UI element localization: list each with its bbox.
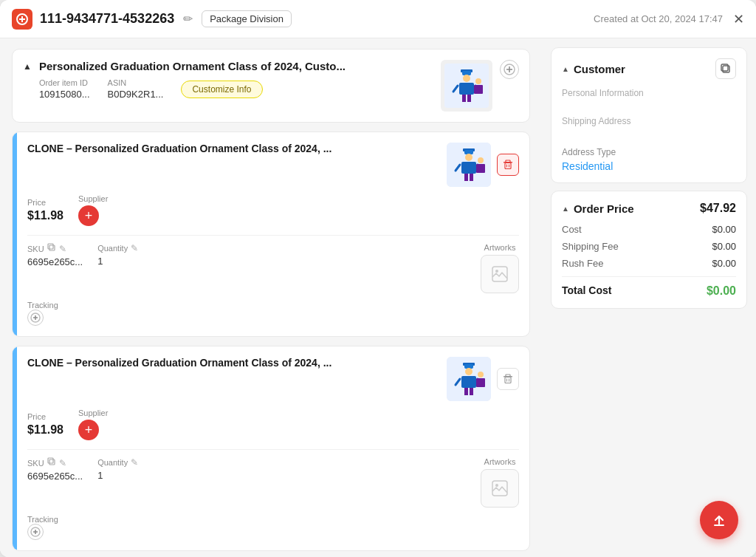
svg-rect-41 <box>461 376 476 388</box>
svg-point-10 <box>475 78 481 84</box>
add-supplier-button-0[interactable]: + <box>78 205 99 226</box>
supplier-group-1: Supplier + <box>78 409 108 440</box>
add-clone-button[interactable] <box>500 60 519 79</box>
svg-point-18 <box>465 154 472 161</box>
asin-label: ASIN <box>108 78 164 87</box>
price-row-1: Shipping Fee $0.00 <box>562 241 736 252</box>
qty-field-label-0: Quantity ✎ <box>97 243 138 253</box>
sku-group-0: SKU ✎ 6695e265c... <box>27 243 83 267</box>
sku-group-1: SKU ✎ 6695e265c... <box>27 457 83 482</box>
package-division-tag[interactable]: Package Division <box>202 10 292 27</box>
order-item-id-label: Order item ID <box>39 78 90 87</box>
total-row: Total Cost $0.00 <box>562 276 736 298</box>
customer-card-title: ▲ Customer <box>562 63 625 75</box>
artworks-section-1: Artworks <box>481 457 519 508</box>
qty-edit-icon-1[interactable]: ✎ <box>131 457 138 468</box>
sku-field-label-1: SKU ✎ <box>27 457 83 468</box>
clone-title-right-1 <box>447 357 519 401</box>
artworks-label-1: Artworks <box>484 457 516 466</box>
svg-rect-7 <box>467 95 471 102</box>
clone-title-right-0 <box>447 143 519 187</box>
price-rows: Cost $0.00 Shipping Fee $0.00 Rush Fee $… <box>562 224 736 269</box>
svg-rect-47 <box>476 378 485 387</box>
price-row-label-2: Rush Fee <box>562 258 603 269</box>
edit-icon[interactable]: ✏ <box>182 10 194 27</box>
add-tracking-button-0[interactable] <box>27 310 44 326</box>
qty-field-label-1: Quantity ✎ <box>97 457 138 468</box>
clone-card-0: CLONE – Personalized Graduation Ornament… <box>12 131 530 337</box>
upload-fab[interactable] <box>700 501 738 539</box>
close-button[interactable]: ✕ <box>733 13 744 26</box>
price-row-2: Rush Fee $0.00 <box>562 258 736 269</box>
tracking-label-0: Tracking <box>27 301 519 310</box>
svg-rect-27 <box>505 163 511 169</box>
order-price-toggle[interactable]: ▲ <box>562 205 569 213</box>
svg-rect-6 <box>462 95 466 102</box>
qty-value-0: 1 <box>97 256 138 267</box>
divider-0 <box>27 235 519 236</box>
svg-rect-11 <box>474 85 483 94</box>
svg-point-33 <box>495 270 498 273</box>
sku-value-1: 6695e265c... <box>27 471 83 482</box>
sku-value-0: 6695e265c... <box>27 256 83 267</box>
order-price-card: ▲ Order Price $47.92 Cost $0.00 Shipping… <box>551 191 747 309</box>
address-type-value: Residential <box>562 160 736 172</box>
header: 111-9434771-4532263 ✏ Package Division C… <box>0 0 756 38</box>
svg-point-4 <box>463 75 470 82</box>
header-left: 111-9434771-4532263 ✏ Package Division <box>12 9 292 30</box>
price-row-label-1: Shipping Fee <box>562 241 619 252</box>
svg-point-46 <box>478 372 484 377</box>
app-icon <box>12 9 32 30</box>
qty-value-1: 1 <box>97 470 138 481</box>
sku-copy-icon-0[interactable] <box>47 243 56 254</box>
sku-qty-artworks-0: SKU ✎ 6695e265c... Quantity ✎ <box>27 243 519 293</box>
svg-rect-30 <box>49 245 55 250</box>
main-layout: ▲ Personalized Graduation Ornament Class… <box>0 38 756 557</box>
price-supplier-row-1: Price $11.98 Supplier + <box>27 409 519 440</box>
delete-button-1[interactable] <box>497 368 519 390</box>
supplier-label-1: Supplier <box>78 409 108 417</box>
qty-edit-icon-0[interactable]: ✎ <box>131 243 138 253</box>
sku-qty-0: SKU ✎ 6695e265c... Quantity ✎ <box>27 243 138 267</box>
clone-title-row-1: CLONE – Personalized Graduation Ornament… <box>27 357 519 401</box>
svg-rect-31 <box>48 244 53 249</box>
sku-edit-icon-1[interactable]: ✎ <box>59 458 66 468</box>
svg-rect-52 <box>49 459 55 465</box>
svg-rect-25 <box>476 164 485 173</box>
customize-badge[interactable]: Customize Info <box>181 81 262 98</box>
svg-rect-19 <box>461 162 476 174</box>
clone-title-1: CLONE – Personalized Graduation Ornament… <box>27 357 439 369</box>
address-type-label: Address Type <box>562 147 736 157</box>
sku-edit-icon-0[interactable]: ✎ <box>59 244 66 254</box>
order-item-id-group: Order item ID 10915080... <box>39 78 90 100</box>
sku-copy-icon-1[interactable] <box>47 457 56 468</box>
clone-title-0: CLONE – Personalized Graduation Ornament… <box>27 143 439 154</box>
svg-rect-5 <box>459 83 474 95</box>
price-label-0: Price <box>27 198 63 207</box>
item-image <box>441 60 492 112</box>
tracking-row-1: Tracking <box>27 515 519 540</box>
personal-info-label: Personal Information <box>562 88 736 98</box>
price-value-0: $11.98 <box>27 209 63 222</box>
customer-toggle[interactable]: ▲ <box>562 65 569 73</box>
price-supplier-row-0: Price $11.98 Supplier + <box>27 194 519 226</box>
svg-point-55 <box>495 484 498 487</box>
customer-copy-button[interactable] <box>715 58 736 79</box>
order-item-id-value: 10915080... <box>39 89 90 100</box>
order-price-title: ▲ Order Price <box>562 202 634 215</box>
total-cost-value: $0.00 <box>707 284 736 298</box>
price-group-1: Price $11.98 <box>27 412 63 437</box>
add-supplier-button-1[interactable]: + <box>78 420 99 440</box>
clone-image-1 <box>447 357 491 401</box>
expand-toggle[interactable]: ▲ <box>23 61 32 72</box>
add-tracking-button-1[interactable] <box>27 524 44 540</box>
delete-button-0[interactable] <box>497 154 519 176</box>
artwork-box-0[interactable] <box>481 255 519 293</box>
supplier-group-0: Supplier + <box>78 194 108 226</box>
svg-rect-53 <box>48 458 53 463</box>
tracking-label-1: Tracking <box>27 515 519 524</box>
price-label-1: Price <box>27 412 63 421</box>
artwork-box-1[interactable] <box>481 469 519 508</box>
svg-rect-49 <box>505 377 511 383</box>
tracking-row-0: Tracking <box>27 301 519 326</box>
